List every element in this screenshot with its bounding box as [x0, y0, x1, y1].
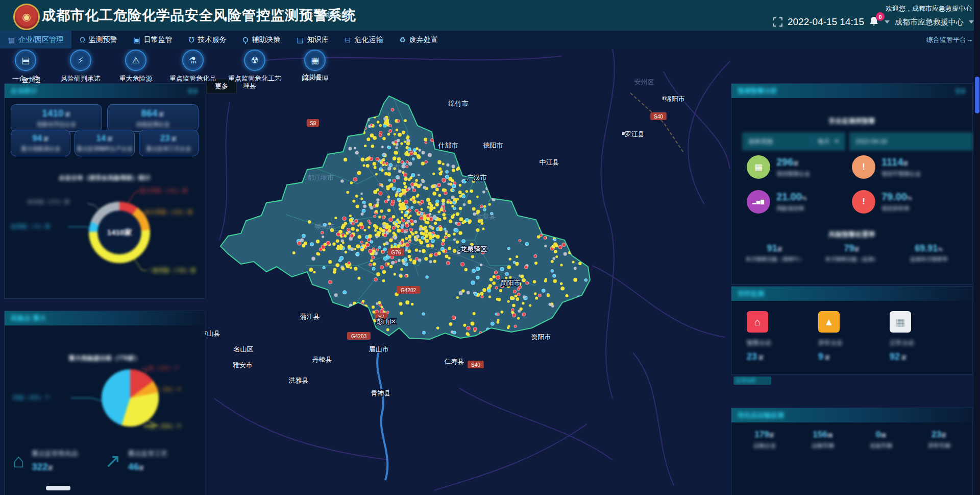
- enterprise-dot[interactable]: [401, 160, 404, 163]
- enterprise-dot[interactable]: [426, 198, 430, 202]
- enterprise-dot[interactable]: [487, 289, 491, 293]
- enterprise-dot[interactable]: [389, 265, 393, 268]
- enterprise-dot[interactable]: [459, 217, 463, 221]
- enterprise-dot[interactable]: [472, 269, 475, 272]
- enterprise-dot[interactable]: [394, 133, 396, 135]
- enterprise-dot[interactable]: [573, 278, 577, 282]
- enterprise-dot[interactable]: [336, 247, 339, 250]
- enterprise-dot[interactable]: [389, 129, 392, 132]
- enterprise-dot[interactable]: [383, 243, 386, 246]
- enterprise-dot[interactable]: [435, 200, 439, 203]
- enterprise-dot[interactable]: [442, 163, 445, 166]
- enterprise-dot[interactable]: [374, 229, 377, 231]
- enterprise-card-2[interactable]: 94 家重大危险源企业: [11, 130, 70, 156]
- enterprise-dot[interactable]: [292, 251, 296, 254]
- enterprise-dot[interactable]: [405, 249, 408, 252]
- enterprise-dot[interactable]: [336, 232, 340, 237]
- enterprise-dot[interactable]: [500, 267, 504, 271]
- enterprise-dot[interactable]: [334, 293, 338, 297]
- enterprise-dot[interactable]: [493, 275, 496, 278]
- enterprise-dot[interactable]: [468, 200, 472, 204]
- enterprise-dot[interactable]: [513, 261, 516, 264]
- enterprise-dot[interactable]: [517, 293, 520, 296]
- enterprise-dot[interactable]: [523, 295, 526, 298]
- enterprise-dot[interactable]: [437, 251, 441, 255]
- enterprise-dot[interactable]: [423, 215, 426, 218]
- enterprise-dot[interactable]: [382, 158, 385, 161]
- enterprise-dot[interactable]: [491, 322, 494, 325]
- enterprise-dot[interactable]: [464, 268, 468, 271]
- enterprise-dot[interactable]: [514, 325, 517, 327]
- enterprise-dot[interactable]: [426, 276, 429, 279]
- enterprise-dot[interactable]: [429, 206, 433, 210]
- enterprise-dot[interactable]: [519, 240, 521, 242]
- enterprise-dot[interactable]: [359, 222, 363, 226]
- enterprise-dot[interactable]: [507, 265, 511, 269]
- enterprise-dot[interactable]: [369, 203, 372, 206]
- enterprise-dot[interactable]: [344, 158, 347, 161]
- enterprise-dot[interactable]: [473, 312, 476, 315]
- enterprise-dot[interactable]: [375, 173, 378, 176]
- enterprise-dot[interactable]: [440, 208, 443, 211]
- enterprise-dot[interactable]: [471, 255, 474, 258]
- enterprise-dot[interactable]: [538, 294, 541, 297]
- enterprise-dot[interactable]: [551, 245, 554, 248]
- enterprise-dot[interactable]: [394, 236, 397, 240]
- enterprise-dot[interactable]: [562, 243, 566, 246]
- platform-link[interactable]: 综合监管平台→: [926, 35, 973, 44]
- enterprise-dot[interactable]: [406, 135, 409, 138]
- enterprise-dot[interactable]: [366, 243, 370, 247]
- enterprise-dot[interactable]: [524, 265, 528, 269]
- nav-item-2[interactable]: ▣日常监管: [126, 31, 181, 49]
- enterprise-dot[interactable]: [382, 137, 385, 140]
- enterprise-dot[interactable]: [390, 202, 394, 206]
- enterprise-dot[interactable]: [448, 257, 451, 260]
- enterprise-dot[interactable]: [458, 231, 462, 235]
- enterprise-dot[interactable]: [374, 166, 377, 169]
- enterprise-dot[interactable]: [400, 268, 403, 271]
- enterprise-dot[interactable]: [433, 260, 436, 263]
- enterprise-dot[interactable]: [462, 221, 465, 224]
- enterprise-dot[interactable]: [345, 251, 347, 253]
- enterprise-dot[interactable]: [535, 297, 538, 300]
- enterprise-dot[interactable]: [459, 291, 463, 295]
- enterprise-dot[interactable]: [373, 162, 376, 166]
- enterprise-dot[interactable]: [370, 133, 374, 137]
- enterprise-dot[interactable]: [382, 270, 386, 274]
- enterprise-dot[interactable]: [509, 258, 511, 261]
- enterprise-dot[interactable]: [512, 297, 515, 300]
- enterprise-dot[interactable]: [388, 229, 391, 232]
- enterprise-dot[interactable]: [374, 252, 378, 255]
- enterprise-dot[interactable]: [391, 261, 395, 265]
- enterprise-dot[interactable]: [384, 200, 387, 203]
- enterprise-dot[interactable]: [544, 245, 547, 247]
- nav-item-4[interactable]: Ϙ辅助决策: [235, 31, 289, 49]
- enterprise-dot[interactable]: [394, 246, 396, 248]
- enterprise-dot[interactable]: [496, 298, 499, 301]
- enterprise-dot[interactable]: [387, 198, 390, 201]
- enterprise-dot[interactable]: [398, 203, 402, 207]
- enterprise-dot[interactable]: [481, 295, 483, 298]
- enterprise-dot[interactable]: [418, 174, 420, 176]
- enterprise-dot[interactable]: [517, 317, 520, 320]
- enterprise-dot[interactable]: [362, 201, 365, 204]
- enterprise-dot[interactable]: [488, 203, 491, 206]
- enterprise-dot[interactable]: [499, 289, 502, 292]
- enterprise-dot[interactable]: [402, 130, 405, 134]
- enterprise-dot[interactable]: [553, 239, 556, 241]
- enterprise-dot[interactable]: [363, 204, 367, 208]
- enterprise-dot[interactable]: [346, 264, 350, 268]
- enterprise-dot[interactable]: [420, 183, 422, 186]
- enterprise-dot[interactable]: [376, 157, 379, 161]
- subnav-item-5[interactable]: ▦园区管理: [293, 50, 336, 83]
- enterprise-dot[interactable]: [425, 141, 427, 144]
- enterprise-dot[interactable]: [401, 188, 404, 192]
- enterprise-dot[interactable]: [409, 258, 412, 262]
- enterprise-dot[interactable]: [429, 260, 432, 263]
- enterprise-dot[interactable]: [350, 247, 354, 251]
- enterprise-dot[interactable]: [459, 195, 462, 198]
- enterprise-dot[interactable]: [471, 281, 475, 285]
- enterprise-dot[interactable]: [418, 258, 422, 262]
- risk-stat-0[interactable]: ⌂重点监管危化品322家: [13, 449, 105, 473]
- enterprise-dot[interactable]: [452, 164, 455, 168]
